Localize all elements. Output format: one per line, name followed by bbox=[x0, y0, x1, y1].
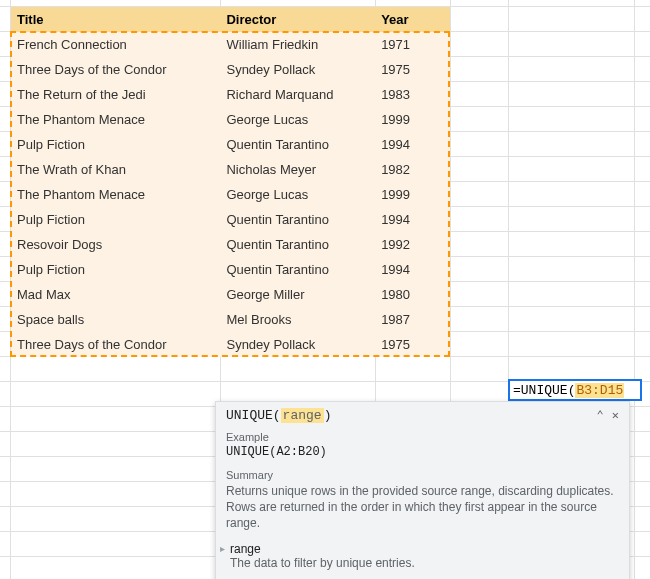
tooltip-example-label: Example bbox=[226, 431, 619, 443]
tooltip-signature-close: ) bbox=[324, 408, 332, 423]
table-row[interactable]: The Phantom MenaceGeorge Lucas1999 bbox=[11, 107, 450, 132]
table-row[interactable]: Pulp FictionQuentin Tarantino1994 bbox=[11, 257, 450, 282]
table-row[interactable]: Three Days of the CondorSyndey Pollack19… bbox=[11, 332, 450, 357]
cell-director[interactable]: William Friedkin bbox=[220, 32, 375, 57]
function-help-tooltip: UNIQUE(range) ⌃ ✕ Example UNIQUE(A2:B20)… bbox=[215, 401, 630, 579]
cell-director[interactable]: Quentin Tarantino bbox=[220, 207, 375, 232]
cell-year[interactable]: 1994 bbox=[375, 207, 450, 232]
cell-year[interactable]: 1975 bbox=[375, 57, 450, 82]
table-row[interactable]: Three Days of the CondorSyndey Pollack19… bbox=[11, 57, 450, 82]
cell-title[interactable]: Pulp Fiction bbox=[11, 207, 220, 232]
table-row[interactable]: The Wrath of KhanNicholas Meyer1982 bbox=[11, 157, 450, 182]
data-table: Title Director Year French ConnectionWil… bbox=[10, 6, 450, 357]
header-title[interactable]: Title bbox=[11, 7, 220, 32]
tooltip-summary-text: Returns unique rows in the provided sour… bbox=[226, 483, 619, 532]
tooltip-signature-fn: UNIQUE( bbox=[226, 408, 281, 423]
table-row[interactable]: French ConnectionWilliam Friedkin1971 bbox=[11, 32, 450, 57]
cell-year[interactable]: 1971 bbox=[375, 32, 450, 57]
cell-director[interactable]: Richard Marquand bbox=[220, 82, 375, 107]
cell-year[interactable]: 1980 bbox=[375, 282, 450, 307]
cell-title[interactable]: Mad Max bbox=[11, 282, 220, 307]
cell-director[interactable]: Quentin Tarantino bbox=[220, 257, 375, 282]
cell-director[interactable]: Quentin Tarantino bbox=[220, 232, 375, 257]
cell-title[interactable]: Three Days of the Condor bbox=[11, 57, 220, 82]
chevron-up-icon[interactable]: ⌃ bbox=[597, 408, 604, 423]
cell-title[interactable]: Resovoir Dogs bbox=[11, 232, 220, 257]
formula-open-paren: ( bbox=[568, 383, 576, 398]
formula-range-ref: B3:D15 bbox=[575, 383, 624, 398]
header-director[interactable]: Director bbox=[220, 7, 375, 32]
cell-title[interactable]: Three Days of the Condor bbox=[11, 332, 220, 357]
tooltip-summary-section: Summary Returns unique rows in the provi… bbox=[216, 465, 629, 538]
table-row[interactable]: Mad MaxGeorge Miller1980 bbox=[11, 282, 450, 307]
cell-year[interactable]: 1983 bbox=[375, 82, 450, 107]
table-row[interactable]: Pulp FictionQuentin Tarantino1994 bbox=[11, 207, 450, 232]
cell-year[interactable]: 1992 bbox=[375, 232, 450, 257]
formula-equals: = bbox=[513, 383, 521, 398]
tooltip-summary-label: Summary bbox=[226, 469, 619, 481]
table-row[interactable]: The Return of the JediRichard Marquand19… bbox=[11, 82, 450, 107]
cell-year[interactable]: 1975 bbox=[375, 332, 450, 357]
table-row[interactable]: Resovoir DogsQuentin Tarantino1992 bbox=[11, 232, 450, 257]
tooltip-example-section: Example UNIQUE(A2:B20) bbox=[216, 427, 629, 465]
cell-year[interactable]: 1982 bbox=[375, 157, 450, 182]
cell-director[interactable]: Syndey Pollack bbox=[220, 332, 375, 357]
tooltip-param-desc: The data to filter by unique entries. bbox=[230, 556, 619, 570]
tooltip-signature-arg: range bbox=[281, 408, 324, 423]
table-header-row: Title Director Year bbox=[11, 7, 450, 32]
tooltip-header: UNIQUE(range) ⌃ ✕ bbox=[216, 402, 629, 427]
cell-director[interactable]: Nicholas Meyer bbox=[220, 157, 375, 182]
tooltip-param-name: range bbox=[230, 542, 619, 556]
table-row[interactable]: Space ballsMel Brooks1987 bbox=[11, 307, 450, 332]
close-icon[interactable]: ✕ bbox=[612, 408, 619, 423]
formula-function-name: UNIQUE bbox=[521, 383, 568, 398]
cell-year[interactable]: 1999 bbox=[375, 182, 450, 207]
cell-title[interactable]: The Phantom Menace bbox=[11, 182, 220, 207]
cell-title[interactable]: The Wrath of Khan bbox=[11, 157, 220, 182]
tooltip-link-section: Learn more about UNIQUE bbox=[216, 576, 629, 579]
cell-year[interactable]: 1994 bbox=[375, 257, 450, 282]
cell-director[interactable]: Quentin Tarantino bbox=[220, 132, 375, 157]
header-year[interactable]: Year bbox=[375, 7, 450, 32]
cell-title[interactable]: The Phantom Menace bbox=[11, 107, 220, 132]
formula-input-cell[interactable]: =UNIQUE(B3:D15 bbox=[508, 379, 642, 401]
tooltip-example-text: UNIQUE(A2:B20) bbox=[226, 445, 619, 459]
caret-right-icon: ▸ bbox=[220, 543, 230, 554]
cell-director[interactable]: George Miller bbox=[220, 282, 375, 307]
cell-year[interactable]: 1994 bbox=[375, 132, 450, 157]
cell-title[interactable]: Space balls bbox=[11, 307, 220, 332]
cell-title[interactable]: The Return of the Jedi bbox=[11, 82, 220, 107]
cell-year[interactable]: 1999 bbox=[375, 107, 450, 132]
cell-director[interactable]: George Lucas bbox=[220, 182, 375, 207]
cell-director[interactable]: George Lucas bbox=[220, 107, 375, 132]
cell-year[interactable]: 1987 bbox=[375, 307, 450, 332]
cell-director[interactable]: Syndey Pollack bbox=[220, 57, 375, 82]
cell-title[interactable]: Pulp Fiction bbox=[11, 257, 220, 282]
table-body: French ConnectionWilliam Friedkin1971Thr… bbox=[11, 32, 450, 357]
cell-title[interactable]: Pulp Fiction bbox=[11, 132, 220, 157]
tooltip-param-section: ▸ range The data to filter by unique ent… bbox=[216, 538, 629, 576]
cell-title[interactable]: French Connection bbox=[11, 32, 220, 57]
cell-director[interactable]: Mel Brooks bbox=[220, 307, 375, 332]
table-row[interactable]: The Phantom MenaceGeorge Lucas1999 bbox=[11, 182, 450, 207]
table-row[interactable]: Pulp FictionQuentin Tarantino1994 bbox=[11, 132, 450, 157]
